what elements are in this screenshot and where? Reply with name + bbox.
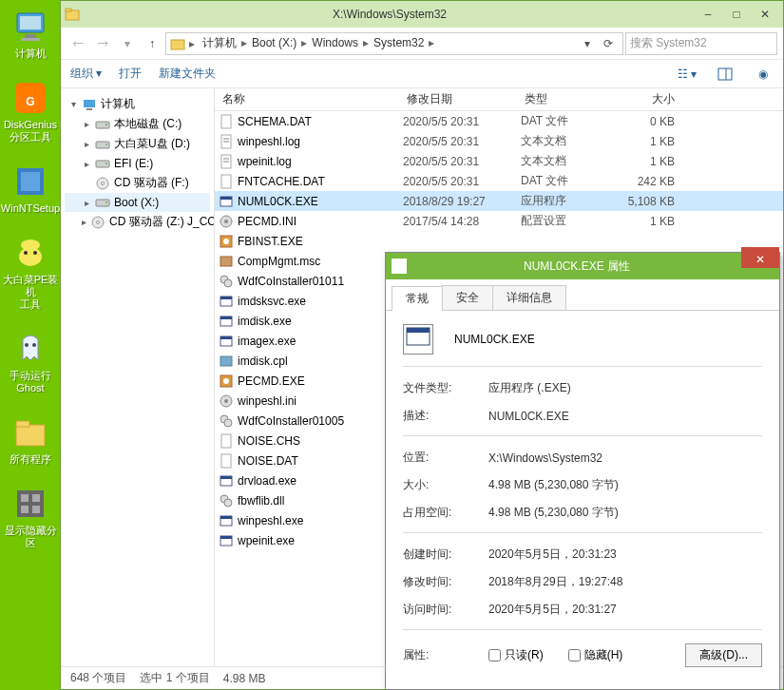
tab-details[interactable]: 详细信息 (492, 285, 566, 310)
col-name[interactable]: 名称 (219, 91, 403, 107)
col-type[interactable]: 类型 (521, 91, 602, 107)
file-row[interactable]: NUML0CK.EXE2018/8/29 19:27应用程序5,108 KB (215, 191, 783, 211)
chevron-right-icon[interactable]: ▸ (362, 36, 370, 49)
svg-rect-58 (220, 297, 232, 299)
prop-value: 4.98 MB (5,230,080 字节) (488, 505, 762, 521)
file-row[interactable]: winpeshl.log2020/5/5 20:31文本文档1 KB (215, 131, 783, 151)
desktop-icon-folder[interactable]: 所有程序 (0, 413, 61, 466)
view-options-button[interactable]: ☷ ▾ (677, 64, 698, 85)
breadcrumb-item[interactable]: Windows (308, 35, 362, 50)
filename-input[interactable] (454, 333, 762, 346)
advanced-button[interactable]: 高级(D)... (685, 643, 762, 667)
desktop-icon-dbcpe[interactable]: 大白菜PE装机工具 (0, 234, 61, 311)
new-folder-button[interactable]: 新建文件夹 (159, 66, 216, 82)
address-dropdown[interactable]: ▾ (577, 33, 598, 54)
svg-rect-20 (32, 506, 40, 513)
svg-text:G: G (26, 95, 34, 108)
minimize-button[interactable]: – (694, 5, 722, 24)
tree-node[interactable]: ▾计算机 (65, 94, 210, 114)
dialog-titlebar[interactable]: NUML0CK.EXE 属性 ✕ (386, 253, 779, 279)
tree-node[interactable]: CD 驱动器 (F:) (65, 173, 210, 193)
tree-node[interactable]: ▸Boot (X:) (65, 193, 210, 212)
file-icon (219, 174, 234, 189)
readonly-checkbox[interactable]: 只读(R) (488, 647, 544, 663)
file-row[interactable]: wpeinit.log2020/5/5 20:31文本文档1 KB (215, 151, 783, 171)
open-button[interactable]: 打开 (119, 66, 142, 82)
help-button[interactable]: ◉ (753, 64, 774, 85)
tree-node[interactable]: ▸EFI (E:) (65, 154, 210, 173)
col-size[interactable]: 大小 (602, 91, 686, 107)
folder-icon (170, 36, 185, 51)
search-input[interactable]: 搜索 System32 (625, 32, 777, 55)
command-bar: 组织 ▾ 打开 新建文件夹 ☷ ▾ ◉ (61, 60, 783, 88)
prop-label: 占用空间: (403, 505, 488, 521)
svg-point-29 (105, 124, 107, 125)
breadcrumb-item[interactable]: Boot (X:) (248, 35, 300, 50)
svg-rect-73 (220, 476, 232, 479)
toggle-icon[interactable]: ▸ (82, 119, 91, 129)
svg-rect-19 (21, 506, 29, 513)
svg-point-37 (105, 201, 107, 203)
svg-rect-40 (221, 115, 231, 128)
chevron-right-icon[interactable]: ▸ (240, 36, 248, 49)
hidden-checkbox[interactable]: 隐藏(H) (568, 647, 623, 663)
close-button[interactable]: ✕ (751, 5, 779, 24)
tree-node[interactable]: ▸CD 驱动器 (Z:) J_CC (65, 212, 210, 232)
desktop-icon-computer[interactable]: 计算机 (0, 8, 61, 60)
desktop-icon-ghost[interactable]: 手动运行Ghost (0, 330, 61, 394)
file-row[interactable]: PECMD.INI2017/5/4 14:28配置设置1 KB (215, 211, 783, 231)
ini-icon (219, 393, 234, 409)
svg-point-11 (21, 240, 40, 251)
svg-point-69 (224, 419, 232, 427)
breadcrumb-item[interactable]: System32 (370, 35, 428, 50)
folder-icon (11, 413, 49, 451)
msc-icon (219, 254, 234, 269)
file-row[interactable]: SCHEMA.DAT2020/5/5 20:31DAT 文件0 KB (215, 111, 783, 131)
back-button[interactable]: 🡐 (67, 32, 89, 55)
svg-point-10 (33, 251, 37, 255)
prop-label: 修改时间: (403, 574, 488, 590)
svg-rect-26 (84, 100, 95, 107)
desktop-icon-dg[interactable]: GDiskGenius分区工具 (0, 79, 61, 144)
preview-pane-button[interactable] (715, 64, 736, 85)
forward-button[interactable]: 🡒 (91, 32, 114, 55)
svg-rect-71 (221, 454, 231, 468)
tab-general[interactable]: 常规 (392, 286, 443, 311)
toggle-icon[interactable]: ▸ (82, 139, 91, 149)
attributes-label: 属性: (403, 647, 488, 663)
tree-node[interactable]: ▸大白菜U盘 (D:) (65, 134, 210, 154)
col-date[interactable]: 修改日期 (403, 91, 521, 107)
nav-tree: ▾计算机▸本地磁盘 (C:)▸大白菜U盘 (D:)▸EFI (E:)CD 驱动器… (61, 88, 215, 666)
breadcrumb-item[interactable]: 计算机 (199, 35, 240, 50)
chevron-right-icon[interactable]: ▸ (428, 36, 435, 49)
desktop-icon-grid[interactable]: 显示隐藏分区 (0, 485, 61, 549)
svg-point-53 (223, 239, 229, 244)
item-count: 648 个项目 (70, 670, 126, 686)
column-headers[interactable]: 名称 修改日期 类型 大小 (215, 88, 783, 111)
properties-dialog: NUML0CK.EXE 属性 ✕ 常规 安全 详细信息 文件类型:应用程序 (.… (385, 252, 780, 690)
refresh-button[interactable]: ⟳ (598, 33, 619, 54)
toggle-icon[interactable]: ▾ (68, 99, 78, 109)
svg-rect-1 (20, 16, 41, 29)
address-bar[interactable]: ▸ 计算机▸Boot (X:)▸Windows▸System32▸ ▾ ⟳ (165, 32, 623, 55)
drive-icon (95, 117, 110, 132)
titlebar[interactable]: X:\Windows\System32 – □ ✕ (61, 1, 783, 28)
svg-rect-24 (718, 68, 732, 80)
tab-security[interactable]: 安全 (442, 285, 493, 310)
file-row[interactable]: FBINST.EXE (215, 231, 783, 251)
dbcpe-icon (11, 234, 49, 272)
recent-dropdown[interactable]: ▾ (116, 32, 139, 55)
svg-rect-3 (21, 38, 40, 41)
up-button[interactable]: ↑ (141, 32, 163, 55)
toggle-icon[interactable]: ▸ (82, 217, 86, 227)
toggle-icon[interactable]: ▸ (82, 198, 91, 208)
dialog-close-button[interactable]: ✕ (741, 247, 779, 268)
maximize-button[interactable]: □ (722, 5, 751, 24)
toggle-icon[interactable]: ▸ (82, 159, 91, 169)
file-row[interactable]: FNTCACHE.DAT2020/5/5 20:31DAT 文件242 KB (215, 171, 783, 191)
organize-menu[interactable]: 组织 ▾ (70, 66, 102, 82)
desktop-icon-wns[interactable]: WinNTSetup (0, 163, 61, 215)
svg-point-12 (25, 343, 29, 347)
svg-point-9 (24, 251, 28, 255)
tree-node[interactable]: ▸本地磁盘 (C:) (65, 114, 210, 134)
